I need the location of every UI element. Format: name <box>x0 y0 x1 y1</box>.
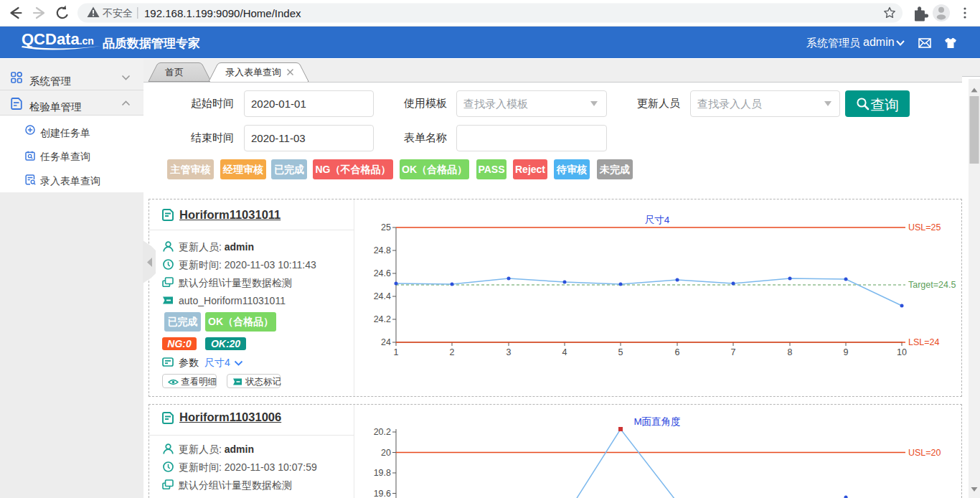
svg-text:24.4: 24.4 <box>374 291 391 301</box>
svg-text:24.2: 24.2 <box>374 314 391 324</box>
svg-text:25: 25 <box>381 222 391 232</box>
svg-text:3: 3 <box>507 347 512 357</box>
svg-text:24.8: 24.8 <box>374 245 391 255</box>
svg-text:9: 9 <box>844 347 849 357</box>
svg-text:24: 24 <box>381 337 391 347</box>
svg-text:10: 10 <box>897 347 907 357</box>
svg-text:LSL=24: LSL=24 <box>908 337 939 347</box>
svg-text:USL=25: USL=25 <box>908 222 941 232</box>
svg-text:7: 7 <box>731 347 736 357</box>
svg-text:1: 1 <box>394 347 399 357</box>
svg-text:M面直角度: M面直角度 <box>633 416 680 427</box>
svg-text:20.2: 20.2 <box>374 427 391 437</box>
svg-text:4: 4 <box>562 347 567 357</box>
svg-text:USL=20: USL=20 <box>908 448 941 458</box>
svg-text:8: 8 <box>788 347 793 357</box>
svg-text:5: 5 <box>618 347 623 357</box>
svg-text:20: 20 <box>381 448 391 458</box>
svg-text:尺寸4: 尺寸4 <box>645 215 670 225</box>
svg-text:24.6: 24.6 <box>374 268 391 278</box>
svg-text:2: 2 <box>450 347 455 357</box>
svg-text:19.8: 19.8 <box>374 468 391 478</box>
svg-text:19.6: 19.6 <box>374 489 391 498</box>
svg-text:6: 6 <box>675 347 680 357</box>
svg-text:Target=24.5: Target=24.5 <box>908 280 956 290</box>
